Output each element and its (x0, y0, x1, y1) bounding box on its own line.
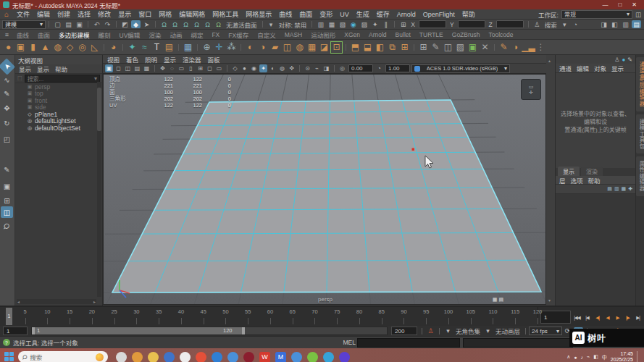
taskbar-clock[interactable]: 17:45 2025/2/25 (611, 351, 633, 362)
xray-icon[interactable]: ⊙ (304, 64, 311, 72)
bevel-icon[interactable]: ◍ (293, 41, 306, 54)
split-tool-icon[interactable]: ◫ (442, 41, 454, 54)
shelf-tab[interactable]: Bullet (396, 31, 411, 38)
shelf-tab[interactable]: Toolcode (489, 31, 514, 38)
menu-4[interactable]: 选择 (78, 9, 91, 19)
safe-action-icon[interactable]: ▭ (215, 64, 223, 72)
sphere-icon[interactable]: ● (622, 56, 625, 63)
play-forwards-button[interactable]: ▶ (613, 313, 622, 324)
poly-torus-icon[interactable]: ◍ (51, 41, 64, 54)
taskbar-app-icon[interactable] (180, 352, 191, 362)
taskbar-app-icon[interactable] (148, 352, 159, 362)
outliner-item-side[interactable]: ▣side (15, 104, 102, 111)
fps-dropdown[interactable]: 24 fps▾ (529, 327, 562, 335)
center-pivot-icon[interactable]: ⊕ (201, 41, 213, 54)
shelf-tab[interactable]: 动画 (170, 30, 182, 39)
select-tool[interactable]: ➤ (0, 58, 15, 75)
maximize-button[interactable]: □ (618, 1, 622, 8)
sidebar-toolbox-icon[interactable]: ◧ (610, 20, 619, 28)
outliner-scrollbar[interactable] (97, 82, 101, 297)
curves-icon[interactable]: ≈ (138, 41, 151, 54)
viewport-canvas[interactable]: 顶点1221220边2212210面1001000三角形2022020UV122… (103, 74, 546, 305)
layer-move-up-icon[interactable]: ▤ (607, 186, 612, 192)
taskbar-app-icon[interactable] (196, 352, 206, 362)
outliner-menu[interactable]: 显示 (37, 64, 49, 73)
camera-attrs-icon[interactable]: ◫ (124, 64, 132, 72)
redo-icon[interactable]: ↷ (103, 20, 112, 28)
outliner-menu[interactable]: 帮助 (55, 64, 67, 73)
menu-5[interactable]: 修改 (98, 9, 111, 19)
outliner-hscrollbar[interactable]: ◂▸ (17, 299, 96, 304)
layer-menu[interactable]: 选项 (571, 176, 583, 185)
quick-select-arrow-icon[interactable]: ▾ (560, 20, 569, 28)
menu-17[interactable]: 缓存 (377, 9, 390, 19)
menu-2[interactable]: 编辑 (37, 9, 50, 19)
sidebar-attr-editor-icon[interactable]: ◨ (599, 20, 609, 28)
menu-19[interactable]: OpenFlight (423, 11, 455, 18)
resolution-gate-icon[interactable]: ▯ (187, 64, 195, 72)
shelf-tab[interactable]: 自定义 (257, 30, 276, 39)
wireframe-icon[interactable]: ◇ (231, 64, 239, 72)
taskbar-app-icon[interactable]: M (275, 352, 286, 362)
snap-view-plane-icon[interactable]: Ω (203, 20, 212, 28)
shelf-tab[interactable]: FX (212, 31, 219, 38)
home-icon[interactable]: ⌂ (4, 10, 9, 18)
menu-15[interactable]: UV (340, 11, 349, 18)
2d-pan-zoom-icon[interactable]: ✥ (159, 64, 167, 72)
quad-draw-icon[interactable]: ⊞ (398, 41, 411, 54)
layer-move-down-icon[interactable]: ▥ (614, 186, 619, 192)
multi-cut-icon[interactable]: ◪ (318, 41, 330, 54)
z-input[interactable] (496, 20, 524, 28)
sidebar-channel-icon[interactable]: ▥ (621, 20, 630, 28)
tray-icon[interactable]: ♪ (581, 355, 584, 360)
layout-four-pane-button[interactable]: ⊞ (1, 195, 13, 206)
menu-10[interactable]: 网格工具 (212, 9, 238, 19)
sidebar-tab[interactable]: 建模工具包 (636, 114, 644, 154)
pencil-tool-icon[interactable]: ✎ (430, 41, 442, 54)
taskbar-app-icon[interactable] (323, 352, 334, 362)
poly-cone-icon[interactable]: ▲ (39, 41, 51, 54)
use-all-lights-icon[interactable]: ✦ (259, 64, 267, 72)
taskbar-app-icon[interactable] (212, 352, 222, 362)
shelf-tab[interactable]: FX缓存 (228, 30, 248, 39)
play-backwards-button[interactable]: ◀ (603, 313, 612, 324)
ipr-render-icon[interactable]: ▦ (327, 20, 336, 28)
anim-end-field[interactable]: 200 (391, 327, 417, 335)
x-input[interactable] (419, 20, 446, 28)
open-scene-icon[interactable]: ▤ (64, 20, 73, 28)
layout-single-pane-button[interactable]: ▣ (1, 180, 13, 192)
shelf-tab[interactable]: GoZBrush (452, 31, 480, 38)
outliner-item-front[interactable]: ▣front (15, 97, 102, 104)
character-set-label[interactable]: 无角色集 (456, 327, 480, 335)
tray-icon[interactable]: ∧ (566, 354, 570, 360)
shaded-icon[interactable]: ● (241, 64, 248, 72)
undo-icon[interactable]: ↶ (92, 20, 101, 28)
render-view-icon[interactable]: ▨ (359, 20, 369, 28)
menu-3[interactable]: 创建 (57, 9, 70, 19)
taskbar-app-icon[interactable] (307, 352, 318, 362)
combine-icon[interactable]: ◐ (244, 41, 256, 54)
current-time-field[interactable]: 1 (540, 311, 571, 324)
freeze-transform-icon[interactable]: ⁂ (225, 41, 238, 54)
outliner-menu[interactable]: 显示 (19, 64, 31, 73)
shadows-icon[interactable]: ◐ (269, 64, 277, 72)
move-tool[interactable]: ✥ (1, 102, 13, 114)
new-scene-icon[interactable]: ▢ (53, 20, 62, 28)
outliner-item-top[interactable]: ▣top (15, 90, 102, 98)
channel-menu[interactable]: 对象 (594, 64, 606, 72)
smooth-icon[interactable]: ▰ (269, 41, 281, 54)
shelf-tab[interactable]: 绑定 (191, 30, 203, 39)
tray-icon[interactable]: ◧ (593, 354, 598, 360)
snap-point-icon[interactable]: Ω (181, 20, 191, 28)
taskbar-app-icon[interactable] (243, 352, 254, 362)
menu-9[interactable]: 编辑网格 (179, 9, 205, 19)
zoom-tool[interactable]: Ϙ (0, 217, 15, 234)
exposure-icon[interactable]: ◎ (338, 64, 346, 72)
viewport-menu[interactable]: 显示 (164, 55, 176, 64)
mel-input[interactable] (357, 338, 460, 348)
textured-icon[interactable]: ◉ (250, 64, 258, 72)
step-back-frame-button[interactable]: |◀ (582, 313, 592, 324)
boolean-union-icon[interactable]: ⬒ (349, 41, 361, 54)
separate-icon[interactable]: ◑ (256, 41, 269, 54)
layer-tab[interactable]: 渲染 (581, 167, 603, 176)
